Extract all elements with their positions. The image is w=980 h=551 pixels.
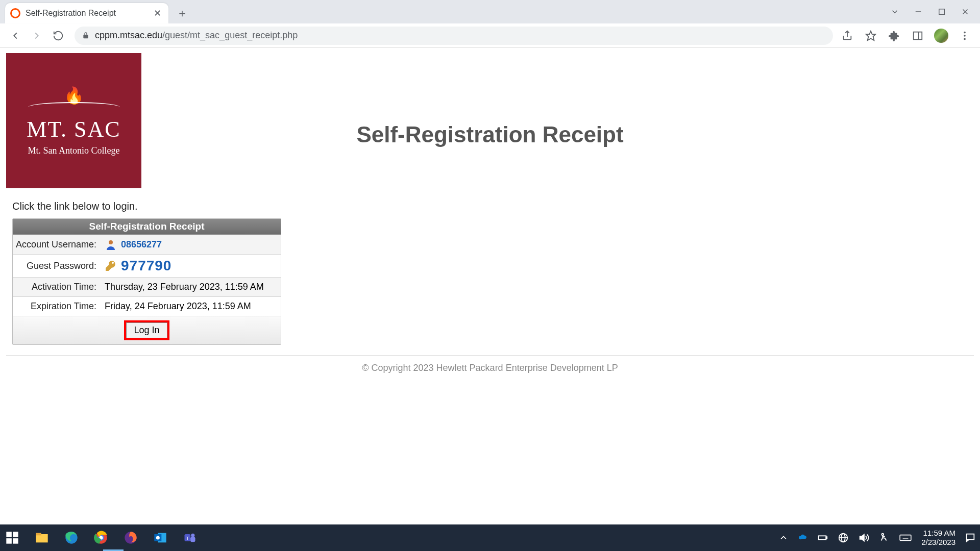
svg-rect-13 — [13, 532, 18, 537]
chrome-icon[interactable] — [93, 530, 109, 546]
side-panel-icon[interactable] — [911, 29, 925, 43]
address-bar[interactable]: cppm.mtsac.edu/guest/mt_sac_guest_receip… — [75, 27, 833, 45]
row-password: Guest Password: 977790 — [13, 254, 281, 277]
toolbar-right-icons — [840, 29, 974, 43]
svg-point-8 — [964, 31, 966, 33]
expiration-value: Friday, 24 February 2023, 11:59 AM — [101, 298, 281, 315]
svg-marker-5 — [866, 31, 875, 40]
svg-rect-37 — [900, 535, 911, 541]
url-host: cppm.mtsac.edu — [95, 30, 162, 40]
notifications-icon[interactable] — [965, 530, 976, 546]
teams-icon[interactable]: T — [182, 530, 198, 546]
svg-point-11 — [109, 240, 113, 244]
url-path: /guest/mt_sac_guest_receipt.php — [162, 30, 298, 40]
row-username: Account Username: 08656277 — [13, 235, 281, 254]
taskbar-clock[interactable]: 11:59 AM 2/23/2023 — [921, 529, 955, 547]
file-explorer-icon[interactable] — [34, 530, 50, 546]
windows-taskbar: T 11:59 AM 2/23/2023 — [0, 524, 980, 551]
svg-rect-30 — [819, 536, 826, 539]
clock-time: 11:59 AM — [921, 529, 955, 538]
battery-icon[interactable] — [817, 530, 828, 546]
keyboard-icon[interactable] — [899, 530, 912, 546]
logo-text-main: MT. SAC — [27, 116, 120, 142]
back-button[interactable] — [6, 27, 24, 45]
svg-text:T: T — [186, 536, 189, 541]
page-title: Self-Registration Receipt — [0, 122, 980, 147]
start-button[interactable] — [4, 530, 20, 546]
edge-icon[interactable] — [63, 530, 80, 546]
share-icon[interactable] — [840, 29, 854, 43]
window-minimize-icon[interactable] — [914, 7, 923, 16]
browser-titlebar: Self-Registration Receipt ✕ ＋ — [0, 0, 980, 23]
window-close-icon[interactable] — [961, 7, 970, 16]
accessibility-icon[interactable] — [878, 530, 890, 546]
logo-text-sub: Mt. San Antonio College — [28, 145, 120, 156]
svg-marker-35 — [860, 535, 864, 541]
svg-rect-12 — [6, 532, 11, 537]
svg-point-36 — [882, 534, 884, 536]
outlook-icon[interactable] — [152, 530, 168, 546]
favicon-icon — [10, 8, 20, 18]
tray-chevron-icon[interactable] — [778, 530, 789, 546]
forward-button[interactable] — [28, 27, 46, 45]
clock-date: 2/23/2023 — [921, 538, 955, 547]
receipt-card: Self-Registration Receipt Account Userna… — [12, 218, 281, 345]
lock-icon — [82, 32, 90, 40]
receipt-header: Self-Registration Receipt — [13, 219, 281, 235]
key-icon — [105, 260, 117, 272]
window-controls — [890, 0, 980, 23]
onedrive-icon[interactable] — [798, 530, 808, 546]
login-button[interactable]: Log In — [126, 322, 167, 338]
browser-tab[interactable]: Self-Registration Receipt ✕ — [5, 3, 168, 23]
tab-title: Self-Registration Receipt — [26, 9, 146, 18]
username-label: Account Username: — [13, 235, 101, 254]
activation-value: Thursday, 23 February 2023, 11:59 AM — [101, 279, 281, 295]
svg-rect-28 — [190, 537, 195, 542]
user-icon — [105, 239, 117, 251]
instruction-text: Click the link below to login. — [12, 201, 974, 212]
close-tab-icon[interactable]: ✕ — [152, 6, 163, 21]
svg-rect-6 — [914, 32, 922, 39]
url-text: cppm.mtsac.edu/guest/mt_sac_guest_receip… — [95, 30, 298, 41]
svg-rect-16 — [36, 534, 47, 542]
browser-toolbar: cppm.mtsac.edu/guest/mt_sac_guest_receip… — [0, 23, 980, 48]
activation-label: Activation Time: — [13, 278, 101, 296]
svg-point-25 — [156, 536, 160, 540]
row-activation: Activation Time: Thursday, 23 February 2… — [13, 277, 281, 296]
svg-rect-17 — [36, 533, 41, 536]
password-label: Guest Password: — [13, 257, 101, 276]
extensions-icon[interactable] — [887, 29, 901, 43]
page-content: 🔥 MT. SAC Mt. San Antonio College Self-R… — [0, 48, 980, 386]
reload-button[interactable] — [49, 27, 67, 45]
volume-icon[interactable] — [858, 530, 869, 546]
login-row: Log In — [13, 316, 281, 344]
svg-point-10 — [964, 38, 966, 40]
mtsac-logo: 🔥 MT. SAC Mt. San Antonio College — [6, 53, 141, 188]
svg-rect-1 — [939, 9, 945, 15]
password-value[interactable]: 977790 — [121, 258, 172, 274]
new-tab-button[interactable]: ＋ — [175, 6, 190, 21]
svg-rect-15 — [13, 538, 18, 544]
firefox-icon[interactable] — [122, 530, 139, 546]
window-maximize-icon[interactable] — [937, 7, 946, 16]
expiration-label: Expiration Time: — [13, 297, 101, 316]
row-expiration: Expiration Time: Friday, 24 February 202… — [13, 296, 281, 316]
profile-avatar[interactable] — [934, 29, 948, 43]
chrome-menu-icon[interactable] — [958, 29, 972, 43]
bookmark-star-icon[interactable] — [864, 29, 878, 43]
chevron-down-icon[interactable] — [890, 7, 899, 16]
login-button-highlight: Log In — [124, 320, 169, 340]
svg-rect-44 — [967, 534, 974, 540]
svg-rect-14 — [6, 538, 11, 544]
logo-swoosh — [28, 102, 120, 112]
svg-point-9 — [964, 35, 966, 37]
svg-point-27 — [191, 534, 194, 537]
copyright-text: © Copyright 2023 Hewlett Packard Enterpr… — [6, 356, 974, 381]
username-value[interactable]: 08656277 — [121, 239, 162, 250]
network-icon[interactable] — [838, 530, 849, 546]
svg-rect-31 — [826, 537, 827, 539]
